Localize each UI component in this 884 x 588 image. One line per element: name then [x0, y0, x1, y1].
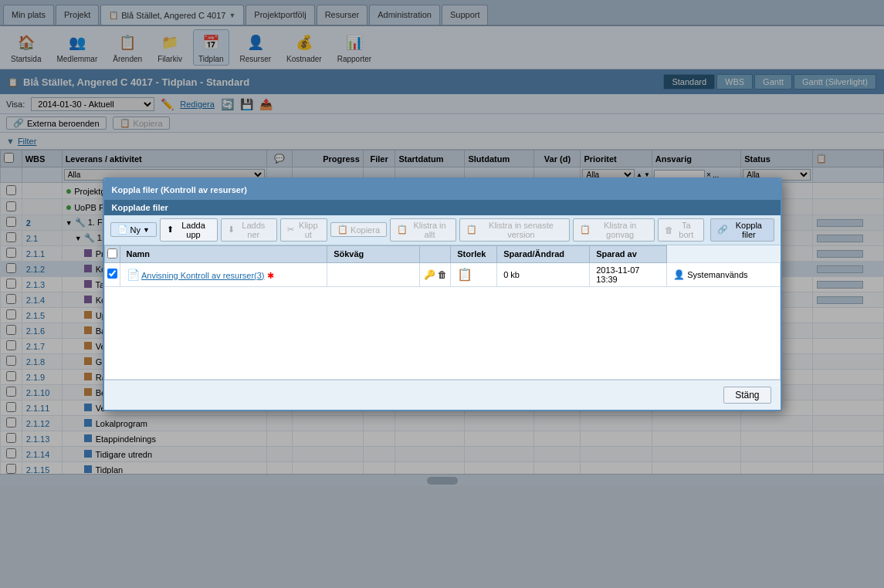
modal-col-sparad-av: Sparad av — [590, 245, 667, 262]
file-date: 2013-11-07 13:39 — [596, 265, 639, 284]
link-files-icon: 🔗 — [717, 225, 728, 235]
modal-col-icons — [420, 245, 451, 262]
modal-overlay: Koppla filer (Kontroll av resurser) Kopp… — [0, 0, 884, 588]
file-name-link[interactable]: Anvisning Kontroll av resurser(3) — [141, 271, 265, 280]
file-trash-icon[interactable]: 🗑 — [438, 269, 447, 280]
file-versions-icon: 📋 — [457, 268, 472, 281]
file-doc-icon: 📄 — [127, 269, 140, 281]
modal-btn-klistra-gonvag[interactable]: 📋 Klistra in gonvag — [573, 218, 655, 242]
delete-icon: 🗑 — [665, 225, 673, 235]
copy-icon-modal: 📋 — [337, 225, 348, 235]
modal-col-namn: Namn — [120, 245, 327, 262]
paste-version-icon: 📋 — [466, 225, 477, 235]
modal-btn-ladda-upp[interactable]: ⬆ Ladda upp — [160, 218, 218, 242]
file-star-icon: ✱ — [267, 271, 274, 280]
download-icon: ⬇ — [228, 225, 235, 235]
upload-icon: ⬆ — [167, 225, 174, 235]
paste-path-icon: 📋 — [580, 225, 591, 235]
modal-close-button[interactable]: Stäng — [723, 387, 771, 404]
cut-icon: ✂ — [287, 225, 294, 235]
modal-select-all[interactable] — [107, 248, 117, 259]
modal-header: Koppla filer (Kontroll av resurser) — [104, 179, 781, 200]
new-doc-icon: 📄 — [117, 225, 128, 235]
file-saved-by: Systemanvänds — [687, 270, 747, 279]
modal-file-checkbox[interactable] — [107, 269, 117, 279]
modal-subheader: Kopplade filer — [104, 200, 781, 215]
modal-btn-klistra-version[interactable]: 📋 Klistra in senaste version — [459, 218, 569, 242]
modal-btn-klistra-allt[interactable]: 📋 Klistra in allt — [390, 218, 456, 242]
paste-all-icon: 📋 — [397, 225, 408, 235]
modal-btn-koppla-filer[interactable]: 🔗 Koppla filer — [710, 218, 774, 242]
modal-footer: Stäng — [104, 380, 781, 410]
dropdown-arrow-icon: ▼ — [143, 226, 150, 234]
file-size: 0 kb — [503, 270, 520, 279]
modal-btn-klipp-ut[interactable]: ✂ Klipp ut — [280, 218, 328, 242]
modal-file-row: 📄 Anvisning Kontroll av resurser(3) ✱ 🔑 … — [104, 262, 780, 286]
modal-btn-kopiera[interactable]: 📋 Kopiera — [330, 222, 387, 237]
modal-col-sparad: Sparad/Ändrad — [497, 245, 590, 262]
modal-body: Namn Sökväg Storlek Sparad/Ändrad Sparad… — [104, 245, 781, 380]
modal-btn-ladda-ner[interactable]: ⬇ Ladds ner — [221, 218, 276, 242]
modal-col-sokväg: Sökväg — [327, 245, 420, 262]
file-key-icon: 🔑 — [424, 269, 435, 280]
user-icon: 👤 — [673, 269, 685, 280]
modal-toolbar: 📄 Ny ▼ ⬆ Ladda upp ⬇ Ladds ner ✂ Klipp u… — [104, 215, 781, 245]
modal-dialog: Koppla filer (Kontroll av resurser) Kopp… — [103, 177, 782, 411]
modal-col-storlek: Storlek — [451, 245, 497, 262]
modal-btn-ny[interactable]: 📄 Ny ▼ — [110, 222, 157, 237]
modal-btn-ta-bort[interactable]: 🗑 Ta bort — [658, 218, 705, 242]
